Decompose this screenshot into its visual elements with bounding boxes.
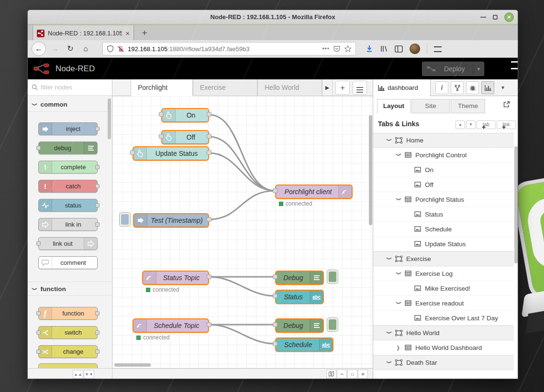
node-status-topic[interactable]: Status Topic [142, 271, 209, 285]
shield-icon[interactable] [107, 45, 114, 53]
zoom-in-button[interactable]: + [358, 370, 368, 379]
sidebar-tab-dashboard[interactable]: dashboard [373, 79, 431, 96]
input-port[interactable] [273, 294, 278, 298]
new-tab-button[interactable]: + [139, 28, 150, 39]
downloads-icon[interactable] [366, 45, 373, 53]
flow-list-button[interactable] [353, 81, 367, 95]
window-titlebar[interactable]: Node-RED : 192.168.1.105 - Mozilla Firef… [28, 10, 518, 24]
chevron-icon[interactable]: ❭ [387, 138, 392, 143]
node-off[interactable]: Off [161, 130, 209, 144]
sidebar-scrollbar[interactable] [514, 146, 518, 263]
canvas-horizontal-scrollbar[interactable] [114, 363, 151, 367]
palette-node-function[interactable]: f function [38, 307, 98, 320]
tree-item-death-star[interactable]: ❭ Death Star [373, 355, 514, 370]
node-porchlight-client[interactable]: Porchlight client [275, 185, 353, 199]
palette-node-status[interactable]: status [38, 199, 98, 212]
expand-all-button[interactable]: ▼ [466, 120, 476, 129]
tree-item-porchlight-status[interactable]: ❭ Porchlight Status [373, 192, 514, 207]
browser-tab[interactable]: Node-RED : 192.168.1.105 × [33, 25, 134, 41]
input-port[interactable] [130, 150, 135, 155]
add-tab-button[interactable]: + tab [477, 120, 496, 129]
page-actions-icon[interactable]: ••• [322, 45, 330, 52]
sidebar-toggle-icon[interactable] [395, 45, 403, 53]
chevron-icon[interactable]: ❭ [387, 360, 392, 365]
palette-node-switch[interactable]: switch [38, 326, 98, 339]
chevron-icon[interactable]: ❭ [396, 345, 401, 350]
input-port[interactable] [159, 112, 164, 117]
tree-item-schedule[interactable]: Schedule [373, 222, 514, 237]
node-schedule-text[interactable]: abc Schedule [275, 338, 333, 352]
input-port[interactable] [273, 341, 278, 346]
zoom-out-button[interactable]: − [337, 370, 347, 379]
chevron-icon[interactable]: ❭ [396, 271, 401, 276]
palette-search[interactable]: filter nodes [28, 79, 112, 96]
tree-item-home[interactable]: ❭ Home [373, 133, 514, 148]
sidebar-tab-info[interactable]: i [435, 81, 448, 94]
add-link-button[interactable]: + link [497, 120, 516, 129]
sidebar-tab-debug[interactable] [466, 81, 479, 94]
flow-tab-hello-world[interactable]: Hello World [257, 79, 322, 96]
node-status-text[interactable]: abc Status [275, 290, 324, 304]
open-dashboard-icon[interactable] [503, 101, 510, 108]
palette-category-common[interactable]: ❭ common [28, 98, 112, 112]
forward-button[interactable]: → [49, 43, 61, 55]
tree-item-mike-exercised[interactable]: Mike Exercised! [373, 281, 514, 296]
tree-item-update-status[interactable]: Update Status [373, 237, 514, 251]
minimize-button[interactable] [480, 17, 486, 18]
collapse-all-button[interactable]: ▲ [455, 120, 465, 129]
sidebar-tab-history[interactable] [451, 81, 464, 94]
tab-close-icon[interactable]: × [125, 29, 130, 37]
maximize-button[interactable] [493, 15, 498, 20]
output-port[interactable] [207, 150, 211, 155]
tree-item-on[interactable]: On [373, 163, 514, 177]
chevron-icon[interactable]: ❭ [396, 197, 401, 202]
insecure-lock-icon[interactable] [117, 45, 124, 53]
chevron-icon[interactable]: ❭ [387, 331, 392, 336]
library-icon[interactable] [380, 45, 388, 53]
profile-avatar[interactable] [410, 44, 420, 54]
debug-toggle-button[interactable] [327, 317, 338, 332]
flow-tab-porchlight[interactable]: Porchlight [131, 79, 193, 96]
input-port[interactable] [273, 274, 278, 279]
palette-node-catch[interactable]: ! catch [38, 180, 98, 193]
node-on[interactable]: On [161, 108, 209, 122]
flow-tab-exercise[interactable]: Exercise [193, 79, 257, 96]
node-schedule-topic[interactable]: Schedule Topic [133, 318, 209, 333]
collapse-all-button[interactable]: ▲▲ [73, 370, 83, 379]
output-port[interactable] [207, 112, 211, 117]
back-button[interactable]: ← [32, 42, 46, 56]
palette-category-function[interactable]: ❭ function [28, 282, 112, 296]
close-button[interactable]: × [504, 12, 514, 22]
palette-node-link-in[interactable]: link in [38, 218, 98, 231]
chevron-icon[interactable]: ❭ [396, 301, 401, 305]
tree-item-off[interactable]: Off [373, 177, 514, 192]
pocket-icon[interactable] [333, 45, 341, 53]
palette-node-partial[interactable] [38, 363, 98, 368]
palette-node-complete[interactable]: ! complete [38, 161, 98, 174]
node-update-status[interactable]: Update Status [133, 146, 209, 161]
palette-scrollbar[interactable] [108, 98, 111, 139]
tab-theme[interactable]: Theme [451, 99, 485, 113]
output-port[interactable] [207, 217, 211, 222]
chevron-icon[interactable]: ❭ [396, 152, 401, 157]
node-debug-schedule[interactable]: Debug [275, 318, 324, 333]
expand-all-button[interactable]: ▼▼ [84, 370, 94, 379]
tab-layout[interactable]: Layout [377, 99, 411, 113]
output-port[interactable] [207, 274, 211, 279]
palette-node-inject[interactable]: inject [38, 122, 98, 135]
output-port[interactable] [207, 322, 211, 327]
output-port[interactable] [207, 134, 211, 139]
input-port[interactable] [159, 134, 164, 139]
palette-node-debug[interactable]: debug [38, 142, 98, 154]
bookmark-star-icon[interactable] [344, 45, 352, 53]
url-bar[interactable]: 192.168.1.105:1880/#flow/1a934d7.fae59b3… [102, 42, 356, 55]
chevron-icon[interactable]: ❭ [387, 257, 392, 261]
home-button[interactable]: ⌂ [79, 43, 92, 55]
input-port[interactable] [273, 188, 278, 193]
flow-canvas[interactable]: On Off [112, 96, 373, 368]
sidebar-tab-dashboard-icon[interactable] [481, 81, 494, 94]
inject-button[interactable] [119, 212, 131, 227]
tab-scroll-right-icon[interactable]: ▶ [322, 79, 333, 96]
tab-site[interactable]: Site [411, 99, 450, 113]
tree-item-exercise-over-last-7-days[interactable]: Exercise Over Last 7 Day [373, 311, 514, 326]
